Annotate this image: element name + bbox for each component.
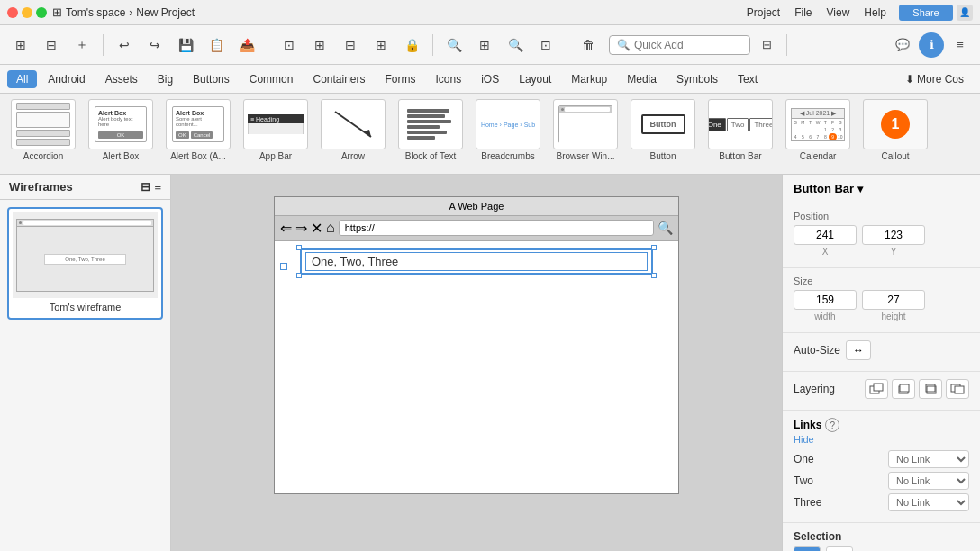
more-components-button[interactable]: ⬇ More Cos [896, 70, 973, 88]
undo-button[interactable]: ↩ [111, 32, 138, 58]
filter-icons[interactable]: Icons [427, 70, 471, 88]
component-accordion[interactable]: Accordion [7, 99, 79, 161]
filter-forms[interactable]: Forms [377, 70, 425, 88]
browser-url[interactable]: https:// [339, 220, 654, 236]
button-bar-edit-input[interactable] [305, 252, 648, 271]
filter-common[interactable]: Common [240, 70, 303, 88]
link-three-select[interactable]: No Link [888, 493, 969, 511]
nav-project[interactable]: Project [747, 6, 780, 19]
bring-to-front-icon[interactable] [865, 379, 888, 399]
close-icon[interactable]: ✕ [311, 220, 322, 237]
export-button[interactable]: 📤 [233, 32, 260, 58]
filter-markup[interactable]: Markup [562, 70, 616, 88]
center-button[interactable]: ⊟ [337, 32, 364, 58]
filter-media[interactable]: Media [618, 70, 666, 88]
component-calendar[interactable]: ◀ Jul 2021 ▶ SMTWTFS 123 45678910 Calend… [782, 99, 854, 161]
filter-all[interactable]: All [7, 70, 37, 88]
sidebar-list-icon[interactable]: ⊟ [141, 180, 150, 194]
browser-title: A Web Page [275, 197, 678, 216]
save-as-button[interactable]: 📋 [203, 32, 230, 58]
crop-button[interactable]: ⊡ [276, 32, 303, 58]
redo-button[interactable]: ↪ [141, 32, 168, 58]
minimize-button[interactable] [22, 7, 32, 18]
breadcrumb-project[interactable]: New Project [136, 6, 195, 19]
component-browser-window[interactable]: Browser Win... [549, 99, 622, 161]
size-label: Size [794, 276, 969, 286]
link-one-select[interactable]: No Link [888, 450, 969, 468]
component-arrow[interactable]: Arrow [317, 99, 389, 161]
breadcrumb-root[interactable]: Tom's space [66, 6, 125, 19]
quick-add-input[interactable] [634, 39, 742, 51]
fullscreen-button[interactable]: ⊡ [532, 32, 559, 58]
close-button[interactable] [7, 7, 18, 18]
link-two-select[interactable]: No Link [888, 472, 969, 490]
send-backward-icon[interactable] [919, 379, 942, 399]
component-callout[interactable]: 1 Callout [859, 99, 931, 161]
distribute-button[interactable]: ⊞ [368, 32, 395, 58]
home-icon[interactable]: ⌂ [326, 220, 335, 236]
filter-layout[interactable]: Layout [510, 70, 560, 88]
user-icon[interactable]: 👤 [957, 5, 973, 21]
selection-option-2[interactable] [826, 546, 853, 551]
component-breadcrumbs[interactable]: Home›Page›Sub Breadcrumbs [472, 99, 544, 161]
handle-bl[interactable] [296, 273, 302, 278]
canvas[interactable]: A Web Page ⇐ ⇒ ✕ ⌂ https:// 🔍 [171, 175, 782, 551]
align-button[interactable]: ⊞ [306, 32, 333, 58]
browser-wireframe: A Web Page ⇐ ⇒ ✕ ⌂ https:// 🔍 [274, 196, 679, 494]
link-one-label: One [794, 453, 814, 465]
component-alert-box-a[interactable]: Alert Box Some alert content... OK Cance… [162, 99, 234, 161]
search-icon[interactable]: 🔍 [658, 221, 673, 235]
add-page-button[interactable]: ＋ [68, 32, 95, 58]
maximize-button[interactable] [36, 7, 47, 18]
component-alert-box[interactable]: Alert Box Alert body text here OK Alert … [85, 99, 157, 161]
forward-icon[interactable]: ⇒ [295, 220, 307, 237]
send-to-back-icon[interactable] [946, 379, 969, 399]
trash-button[interactable]: 🗑 [575, 32, 602, 58]
filter-android[interactable]: Android [39, 70, 94, 88]
nav-file[interactable]: File [794, 6, 812, 19]
comment-button[interactable]: 💬 [890, 32, 915, 58]
handle-br[interactable] [651, 273, 657, 278]
fit-button[interactable]: ⊞ [471, 32, 498, 58]
help-icon[interactable]: ? [825, 418, 839, 432]
filter-symbols[interactable]: Symbols [667, 70, 727, 88]
component-block-of-text[interactable]: Block of Text [395, 99, 467, 161]
nav-help[interactable]: Help [864, 6, 886, 19]
position-x-input[interactable] [794, 225, 857, 245]
filter-buttons[interactable]: Buttons [184, 70, 239, 88]
wireframe-item-toms[interactable]: One, Two, Three Tom's wireframe [7, 207, 163, 320]
save-button[interactable]: 💾 [172, 32, 199, 58]
zoom-in-button[interactable]: 🔍 [502, 32, 529, 58]
toggle-button[interactable]: ⊟ [754, 32, 779, 58]
chevron-down-icon[interactable]: ▾ [858, 183, 863, 195]
share-button[interactable]: Share [899, 5, 953, 21]
back-icon[interactable]: ⇐ [280, 220, 292, 237]
lock-button[interactable]: 🔒 [398, 32, 425, 58]
bring-forward-icon[interactable] [892, 379, 915, 399]
handle-left[interactable] [280, 263, 287, 270]
handle-tr[interactable] [651, 245, 657, 250]
filter-text[interactable]: Text [729, 70, 767, 88]
sidebar-menu-icon[interactable]: ≡ [154, 180, 161, 194]
component-button[interactable]: Button Button [627, 99, 699, 161]
selection-option-1[interactable] [794, 546, 821, 551]
filter-assets[interactable]: Assets [96, 70, 147, 88]
filter-ios[interactable]: iOS [472, 70, 508, 88]
handle-tl[interactable] [296, 245, 302, 250]
component-button-bar[interactable]: One Two Three Button Bar [704, 99, 776, 161]
position-y-input[interactable] [862, 225, 925, 245]
auto-size-button[interactable]: ↔ [846, 340, 871, 360]
filter-containers[interactable]: Containers [304, 70, 374, 88]
hide-link[interactable]: Hide [794, 434, 969, 445]
zoom-out-button[interactable]: 🔍 [440, 32, 467, 58]
home-view-button[interactable]: ⊞ [7, 32, 34, 58]
more-button[interactable]: ≡ [948, 32, 973, 58]
grid-view-button[interactable]: ⊟ [38, 32, 65, 58]
info-button[interactable]: ℹ [919, 32, 944, 58]
height-input[interactable] [862, 290, 925, 310]
nav-view[interactable]: View [827, 6, 850, 19]
filter-big[interactable]: Big [149, 70, 182, 88]
width-input[interactable] [794, 290, 857, 310]
height-label: height [881, 312, 905, 321]
component-app-bar[interactable]: ≡ Heading App Bar [240, 99, 312, 161]
